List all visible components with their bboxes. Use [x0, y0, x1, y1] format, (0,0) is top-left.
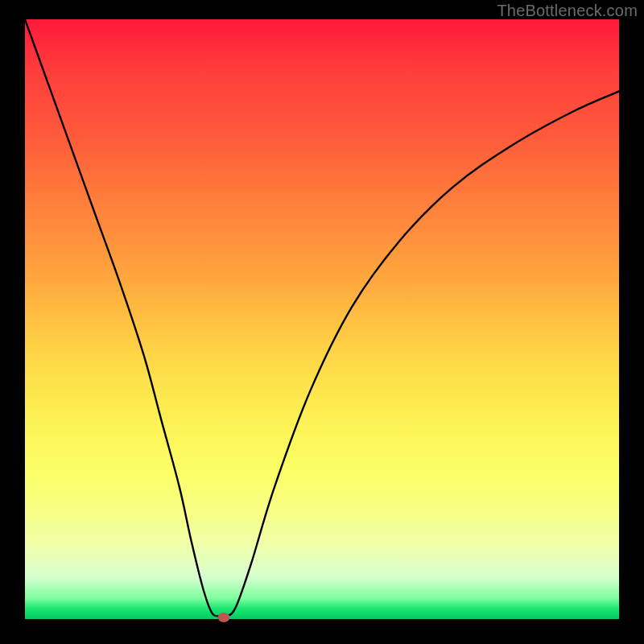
watermark-text: TheBottleneck.com [497, 2, 638, 20]
minimum-marker [218, 613, 230, 622]
plot-area [25, 19, 619, 619]
bottleneck-curve [25, 19, 619, 617]
curve-svg [25, 19, 619, 619]
chart-frame: TheBottleneck.com [0, 0, 644, 644]
